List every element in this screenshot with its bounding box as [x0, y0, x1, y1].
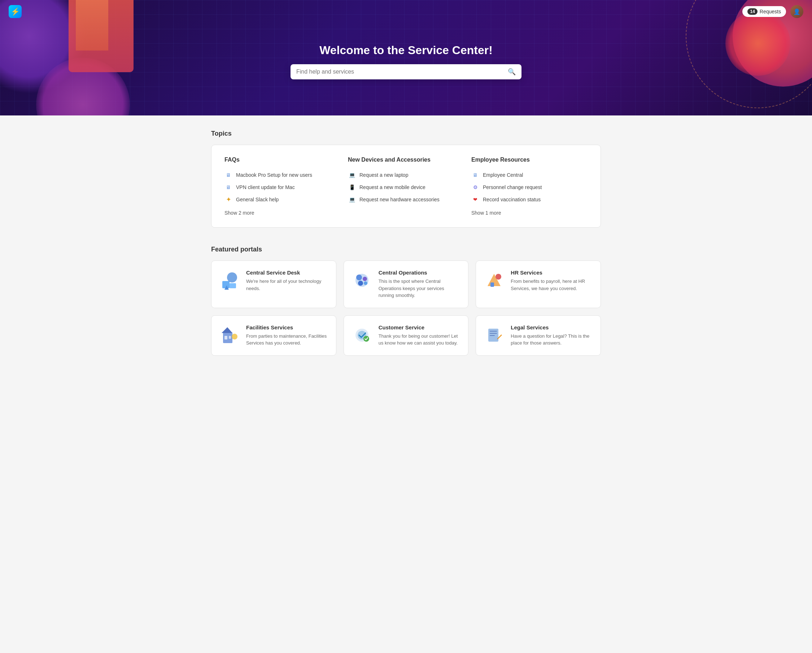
topic-label-slack: General Slack help: [236, 197, 279, 202]
operations-desc: This is the spot where Central Operation…: [379, 278, 461, 299]
personnel-icon: ⚙: [471, 183, 479, 191]
legal-desc: Have a question for Legal? This is the p…: [511, 333, 593, 347]
legal-info: Legal Services Have a question for Legal…: [511, 324, 593, 347]
facilities-name: Facilities Services: [246, 324, 329, 331]
search-input[interactable]: [296, 69, 504, 75]
hr-name: HR Services: [511, 270, 593, 276]
topic-faqs-heading: FAQs: [224, 157, 341, 163]
facilities-info: Facilities Services From parties to main…: [246, 324, 329, 347]
operations-name: Central Operations: [379, 270, 461, 276]
hardware-icon: 💻: [348, 195, 356, 203]
svg-rect-12: [223, 332, 232, 343]
svg-rect-15: [229, 336, 231, 339]
svg-point-1: [227, 272, 237, 282]
topic-item-new-laptop[interactable]: 💻 Request a new laptop: [348, 169, 464, 181]
requests-button[interactable]: 14 Requests: [742, 6, 786, 17]
portal-card-operations[interactable]: Central Operations This is the spot wher…: [343, 261, 469, 308]
portal-card-legal[interactable]: Legal Services Have a question for Legal…: [476, 315, 601, 356]
hero-section: ⚡ 14 Requests 👤 Welcome to the Service C…: [0, 0, 812, 116]
svg-point-16: [232, 334, 238, 339]
svg-point-7: [358, 281, 363, 286]
svg-rect-11: [490, 282, 494, 287]
employee-show-more[interactable]: Show 1 more: [471, 210, 588, 216]
mobile-icon: 📱: [348, 183, 356, 191]
search-bar[interactable]: 🔍: [290, 64, 522, 79]
svg-point-6: [363, 277, 367, 281]
topics-section-title: Topics: [211, 130, 601, 137]
topic-item-macbook[interactable]: 🖥 Macbook Pro Setup for new users: [224, 169, 341, 181]
portals-section-title: Featured portals: [211, 246, 601, 253]
topic-item-vaccine[interactable]: ❤ Record vaccination status: [471, 193, 588, 206]
portals-section: Featured portals Central Service Desk We…: [211, 246, 601, 356]
topic-label-personnel: Personnel change request: [483, 185, 542, 190]
portal-card-facilities[interactable]: Facilities Services From parties to main…: [211, 315, 336, 356]
topic-col-devices: New Devices and Accessories 💻 Request a …: [348, 157, 464, 216]
operations-icon: [351, 270, 373, 291]
nav-right: 14 Requests 👤: [742, 5, 803, 18]
facilities-desc: From parties to maintenance, Facilities …: [246, 333, 329, 347]
laptop-icon: 🖥: [224, 171, 232, 179]
svg-point-19: [363, 336, 369, 342]
service-desk-icon: [219, 270, 240, 291]
logo[interactable]: ⚡: [9, 5, 21, 18]
hero-title: Welcome to the Service Center!: [319, 44, 493, 57]
customer-icon: [351, 324, 373, 346]
svg-rect-3: [229, 283, 236, 288]
topic-item-slack[interactable]: ✦ General Slack help: [224, 193, 341, 206]
operations-info: Central Operations This is the spot wher…: [379, 270, 461, 299]
portal-card-service-desk[interactable]: Central Service Desk We're here for all …: [211, 261, 336, 308]
portal-card-customer[interactable]: Customer Service Thank you for being our…: [343, 315, 469, 356]
topic-label-new-laptop: Request a new laptop: [359, 172, 408, 178]
hr-desc: From benefits to payroll, here at HR Ser…: [511, 278, 593, 292]
search-icon: 🔍: [508, 68, 516, 76]
service-desk-desc: We're here for all of your technology ne…: [246, 278, 329, 292]
topic-label-macbook: Macbook Pro Setup for new users: [236, 172, 312, 178]
requests-count: 14: [747, 8, 757, 15]
customer-name: Customer Service: [379, 324, 461, 331]
topic-item-hardware[interactable]: 💻 Request new hardware accessories: [348, 193, 464, 206]
topic-item-mobile[interactable]: 📱 Request a new mobile device: [348, 181, 464, 193]
topics-card: FAQs 🖥 Macbook Pro Setup for new users 🖥…: [211, 145, 601, 228]
svg-point-8: [364, 281, 367, 285]
topic-employee-heading: Employee Resources: [471, 157, 588, 163]
topic-item-personnel[interactable]: ⚙ Personnel change request: [471, 181, 588, 193]
hr-icon: [483, 270, 505, 291]
topic-col-employee: Employee Resources 🖥 Employee Central ⚙ …: [471, 157, 588, 216]
topic-label-vpn: VPN client update for Mac: [236, 185, 295, 190]
customer-info: Customer Service Thank you for being our…: [379, 324, 461, 347]
requests-label: Requests: [760, 9, 781, 14]
legal-icon: [483, 324, 505, 346]
topic-label-emp-central: Employee Central: [483, 172, 523, 178]
svg-point-5: [356, 275, 362, 280]
portal-card-hr[interactable]: HR Services From benefits to payroll, he…: [476, 261, 601, 308]
service-desk-info: Central Service Desk We're here for all …: [246, 270, 329, 292]
top-navigation: ⚡ 14 Requests 👤: [0, 0, 812, 23]
employee-central-icon: 🖥: [471, 171, 479, 179]
hr-info: HR Services From benefits to payroll, he…: [511, 270, 593, 292]
user-avatar[interactable]: 👤: [791, 5, 803, 18]
svg-rect-21: [490, 331, 497, 331]
svg-rect-14: [224, 336, 227, 339]
topic-label-hardware: Request new hardware accessories: [359, 197, 440, 202]
topics-section: Topics FAQs 🖥 Macbook Pro Setup for new …: [211, 130, 601, 228]
vpn-icon: 🖥: [224, 183, 232, 191]
svg-point-10: [496, 274, 501, 279]
main-content: Topics FAQs 🖥 Macbook Pro Setup for new …: [204, 116, 608, 377]
new-laptop-icon: 💻: [348, 171, 356, 179]
faqs-show-more[interactable]: Show 2 more: [224, 210, 341, 216]
topic-label-mobile: Request a new mobile device: [359, 185, 426, 190]
customer-desc: Thank you for being our customer! Let us…: [379, 333, 461, 347]
svg-marker-13: [221, 327, 232, 333]
topic-item-emp-central[interactable]: 🖥 Employee Central: [471, 169, 588, 181]
topic-devices-heading: New Devices and Accessories: [348, 157, 464, 163]
facilities-icon: [219, 324, 240, 346]
topic-item-vpn[interactable]: 🖥 VPN client update for Mac: [224, 181, 341, 193]
legal-name: Legal Services: [511, 324, 593, 331]
svg-rect-22: [490, 333, 497, 334]
hero-content: Welcome to the Service Center! 🔍: [290, 44, 522, 79]
svg-rect-23: [490, 335, 495, 336]
topic-col-faqs: FAQs 🖥 Macbook Pro Setup for new users 🖥…: [224, 157, 341, 216]
topic-label-vaccine: Record vaccination status: [483, 197, 540, 202]
vaccine-icon: ❤: [471, 195, 479, 203]
service-desk-name: Central Service Desk: [246, 270, 329, 276]
